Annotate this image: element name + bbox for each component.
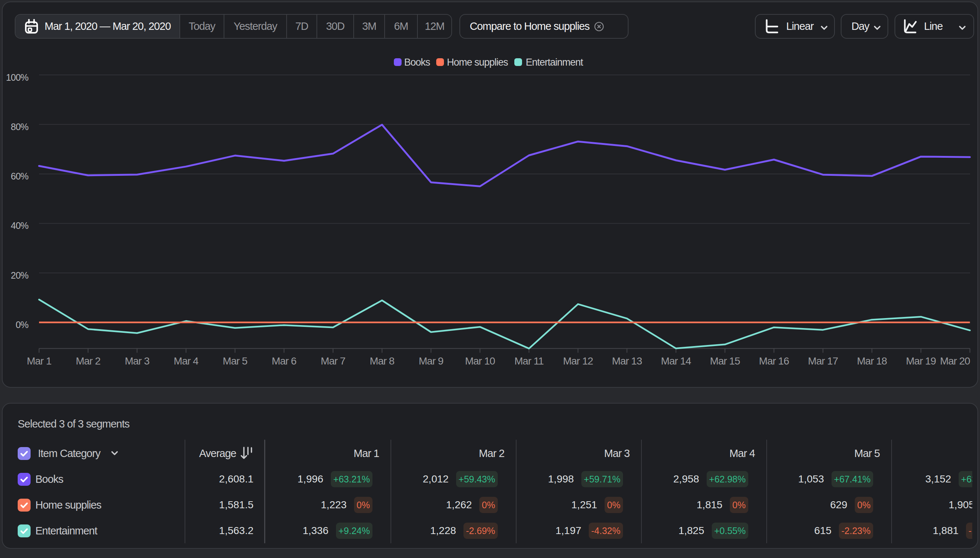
svg-text:60%: 60% [11, 171, 28, 181]
svg-text:Mar 13: Mar 13 [612, 355, 642, 367]
svg-text:Mar 4: Mar 4 [174, 355, 198, 367]
svg-text:Mar 5: Mar 5 [223, 355, 247, 367]
svg-text:80%: 80% [11, 121, 28, 132]
svg-text:Mar 1: Mar 1 [27, 355, 52, 367]
svg-text:100%: 100% [6, 72, 28, 82]
svg-text:Mar 7: Mar 7 [321, 355, 346, 367]
svg-text:Mar 12: Mar 12 [563, 355, 593, 367]
svg-text:Mar 2: Mar 2 [76, 355, 101, 367]
svg-text:Mar 9: Mar 9 [419, 355, 444, 367]
svg-text:Mar 19: Mar 19 [906, 355, 936, 367]
svg-text:20%: 20% [11, 270, 28, 281]
svg-text:Mar 3: Mar 3 [125, 355, 149, 367]
svg-text:Mar 16: Mar 16 [759, 355, 789, 367]
svg-text:0%: 0% [15, 320, 28, 330]
svg-text:Mar 10: Mar 10 [465, 355, 495, 367]
svg-text:Mar 11: Mar 11 [514, 355, 543, 367]
svg-text:Mar 14: Mar 14 [661, 355, 691, 367]
svg-text:Mar 15: Mar 15 [710, 355, 740, 367]
svg-text:Mar 20: Mar 20 [940, 355, 970, 367]
svg-text:40%: 40% [11, 220, 28, 231]
svg-text:Mar 17: Mar 17 [808, 355, 838, 367]
svg-text:Mar 6: Mar 6 [272, 355, 297, 367]
svg-text:Mar 18: Mar 18 [857, 355, 887, 367]
svg-text:Mar 8: Mar 8 [370, 355, 395, 367]
